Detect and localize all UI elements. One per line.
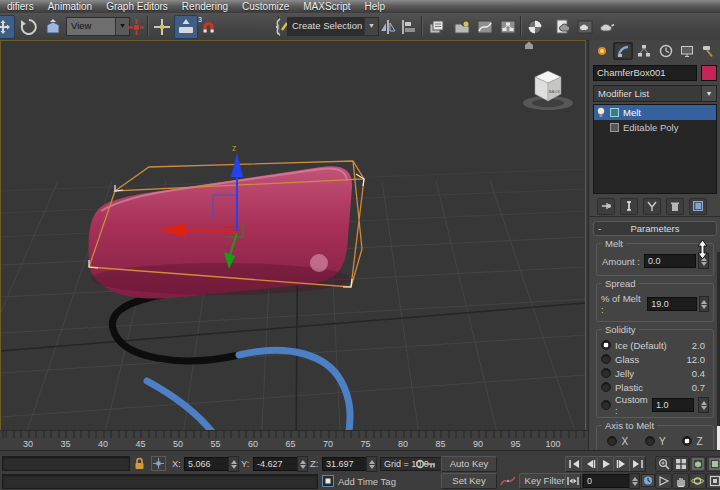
tab-modify[interactable]: [613, 42, 632, 60]
modifier-list-dropdown[interactable]: Modifier List ▼: [593, 85, 717, 102]
parameters-rollout-header[interactable]: - Parameters: [593, 221, 717, 236]
select-move-button[interactable]: [0, 15, 15, 39]
chevron-down-icon[interactable]: ▼: [701, 86, 716, 101]
menu-difiers[interactable]: difiers: [0, 0, 41, 13]
frame-spinner[interactable]: [629, 473, 640, 489]
axis-x-option[interactable]: X: [607, 436, 628, 447]
lightbulb-icon[interactable]: [596, 107, 606, 118]
tab-display[interactable]: [677, 42, 696, 60]
ribbon-toggle-button[interactable]: [450, 15, 474, 39]
previous-frame-button[interactable]: [581, 456, 598, 472]
set-key-mode-key-icon[interactable]: [415, 457, 437, 471]
auto-key-button[interactable]: Auto Key: [441, 456, 497, 472]
menu-graph-editors[interactable]: Graph Editors: [99, 0, 175, 13]
radio-icon[interactable]: [645, 436, 655, 446]
select-manipulate-button[interactable]: [150, 15, 174, 39]
viewcube[interactable]: BACK: [523, 42, 573, 111]
menu-help[interactable]: Help: [358, 0, 393, 13]
tab-utilities[interactable]: [699, 42, 718, 60]
axis-z-option[interactable]: Z: [682, 436, 702, 447]
pan-button[interactable]: [672, 473, 689, 489]
object-name-field[interactable]: ChamferBox001: [593, 65, 697, 81]
modifier-stack-row-melt[interactable]: Melt: [594, 105, 716, 120]
zoom-extents-button[interactable]: [689, 456, 706, 472]
schematic-view-button[interactable]: [496, 15, 520, 39]
pin-stack-button[interactable]: [597, 198, 615, 215]
set-key-button[interactable]: Set Key: [441, 473, 497, 489]
next-frame-button[interactable]: [613, 456, 630, 472]
keyboard-override-button[interactable]: [174, 15, 198, 39]
z-coordinate-field[interactable]: 31.697: [322, 457, 368, 471]
solidity-option-plastic[interactable]: Plastic 0.7: [601, 381, 709, 393]
align-button[interactable]: [397, 15, 421, 39]
radio-icon[interactable]: [601, 340, 611, 350]
custom-field[interactable]: 1.0: [652, 398, 694, 412]
menu-rendering[interactable]: Rendering: [175, 0, 235, 13]
render-production-button[interactable]: [594, 15, 618, 39]
chair-frame-spline[interactable]: [112, 287, 350, 433]
zoom-button[interactable]: [655, 456, 672, 472]
menu-animation[interactable]: Animation: [41, 0, 99, 13]
solidity-option-jelly[interactable]: Jelly 0.4: [601, 367, 709, 379]
object-color-swatch[interactable]: [701, 65, 717, 81]
add-time-tag-icon[interactable]: [322, 475, 334, 487]
use-pivot-point-button[interactable]: [124, 15, 148, 39]
radio-icon[interactable]: [682, 436, 692, 446]
orbit-button[interactable]: [689, 473, 706, 489]
solidity-option-custom[interactable]: Custom : 1.0: [601, 399, 709, 411]
radio-icon[interactable]: [601, 368, 611, 378]
rollout-collapse-icon[interactable]: -: [598, 222, 601, 235]
tab-hierarchy[interactable]: [635, 42, 654, 60]
maximize-viewport-toggle-button[interactable]: [706, 473, 720, 489]
solidity-option-glass[interactable]: Glass 12.0: [601, 353, 709, 365]
tab-motion[interactable]: [656, 42, 675, 60]
play-button[interactable]: [597, 456, 614, 472]
remove-modifier-button[interactable]: [666, 198, 684, 215]
viewcube-home-icon[interactable]: [525, 42, 533, 50]
x-spinner[interactable]: [228, 456, 239, 472]
show-end-result-button[interactable]: [620, 198, 638, 215]
timeline-ruler[interactable]: 3035404550556065707580859095100: [0, 430, 588, 451]
key-mode-toggle-button[interactable]: [565, 473, 581, 489]
percent-of-melt-spinner[interactable]: [699, 296, 709, 312]
axis-y-option[interactable]: Y: [645, 436, 666, 447]
curve-editor-button[interactable]: [473, 15, 497, 39]
goto-end-button[interactable]: [629, 456, 646, 472]
named-selection-dropdown[interactable]: Create Selection Se ▼: [287, 17, 379, 36]
custom-spinner[interactable]: [698, 397, 709, 413]
menu-maxscript[interactable]: MAXScript: [296, 0, 357, 13]
zoom-extents-all-button[interactable]: [706, 456, 720, 472]
menu-customize[interactable]: Customize: [235, 0, 296, 13]
radio-icon[interactable]: [601, 400, 611, 410]
modifier-stack-row-editable-poly[interactable]: Editable Poly: [594, 120, 716, 135]
reference-coordinate-dropdown[interactable]: View ▼: [66, 17, 130, 36]
snap-toggle-3d-button[interactable]: 3: [196, 15, 220, 39]
solidity-option-ice[interactable]: Ice (Default) 2.0: [601, 339, 709, 351]
zoom-region-button[interactable]: [655, 473, 672, 489]
y-spinner[interactable]: [297, 456, 308, 472]
current-frame-field[interactable]: 0: [583, 474, 631, 488]
select-scale-button[interactable]: [41, 15, 65, 39]
percent-of-melt-field[interactable]: 19.0: [647, 297, 696, 311]
amount-field[interactable]: 0.0: [644, 254, 696, 268]
viewport[interactable]: z BACK: [0, 40, 586, 448]
radio-icon[interactable]: [607, 436, 617, 446]
set-key-filters-curve-icon[interactable]: [500, 474, 516, 487]
radio-icon[interactable]: [601, 354, 611, 364]
x-coordinate-field[interactable]: 5.066: [184, 457, 230, 471]
time-configuration-icon[interactable]: [641, 474, 655, 487]
select-rotate-button[interactable]: [17, 15, 41, 39]
absolute-offset-toggle-icon[interactable]: [151, 456, 166, 471]
amount-spinner[interactable]: [698, 253, 709, 269]
radio-icon[interactable]: [601, 382, 611, 392]
add-time-tag-label[interactable]: Add Time Tag: [338, 476, 396, 487]
goto-start-button[interactable]: [565, 456, 582, 472]
layer-manager-button[interactable]: [424, 15, 448, 39]
tab-create[interactable]: [592, 42, 611, 60]
make-unique-button[interactable]: [643, 198, 661, 215]
material-editor-button[interactable]: [523, 15, 547, 39]
selection-lock-icon[interactable]: [133, 456, 146, 471]
z-spinner[interactable]: [366, 456, 377, 472]
y-coordinate-field[interactable]: -4.627: [253, 457, 299, 471]
zoom-all-button[interactable]: [672, 456, 689, 472]
